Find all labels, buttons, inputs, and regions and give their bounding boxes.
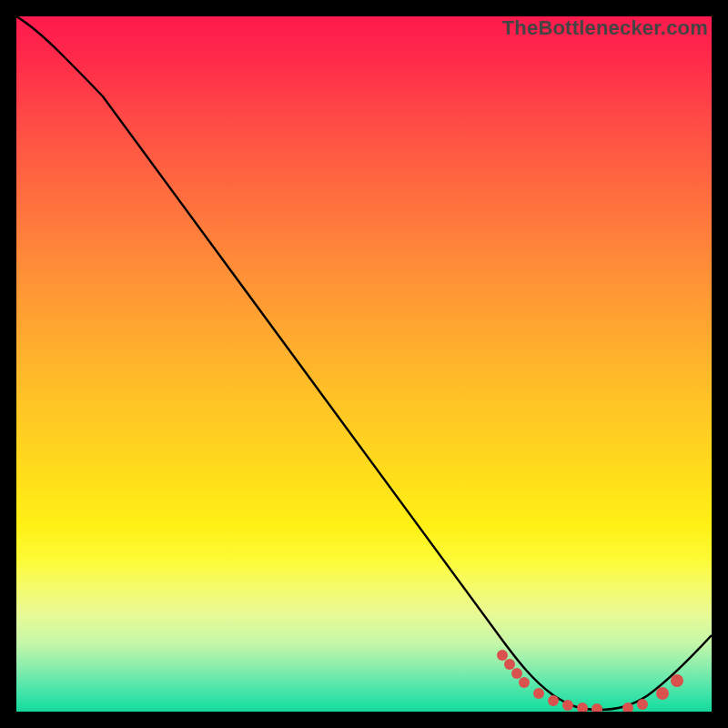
svg-point-11 <box>656 687 669 700</box>
svg-point-0 <box>497 650 508 661</box>
curve-line <box>16 16 712 710</box>
chart-frame: TheBottlenecker.com <box>16 16 712 712</box>
svg-point-10 <box>637 699 648 710</box>
svg-point-12 <box>671 674 683 687</box>
svg-point-7 <box>577 703 588 712</box>
svg-point-3 <box>519 677 530 688</box>
chart-svg <box>16 16 712 712</box>
svg-point-1 <box>504 659 515 670</box>
svg-point-8 <box>592 703 602 712</box>
svg-point-2 <box>511 668 522 679</box>
marker-dots <box>497 650 683 712</box>
watermark-text: TheBottlenecker.com <box>502 16 708 40</box>
svg-point-4 <box>533 688 544 699</box>
svg-point-5 <box>548 695 559 706</box>
svg-point-6 <box>562 700 573 711</box>
